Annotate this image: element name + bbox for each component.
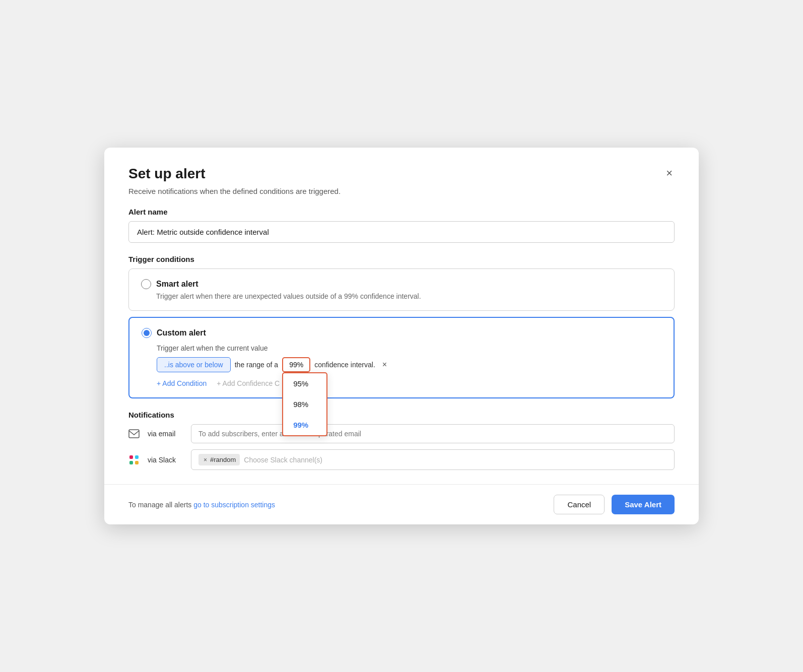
manage-text: To manage all alerts [128, 501, 191, 509]
confidence-dropdown-wrapper: 99% 95% 98% 99% [282, 357, 310, 372]
slack-notification-row: via Slack × #random Choose Slack channel… [128, 449, 675, 470]
add-confidence-button[interactable]: + Add Confidence C [217, 379, 280, 387]
custom-alert-label: Custom alert [157, 328, 206, 338]
subscription-settings-link[interactable]: go to subscription settings [193, 501, 275, 509]
modal-footer: To manage all alerts go to subscription … [104, 484, 699, 524]
custom-alert-body: Trigger alert when the current value ..i… [157, 344, 661, 387]
slack-input-wrapper[interactable]: × #random Choose Slack channel(s) [191, 449, 675, 470]
modal-title: Set up alert [128, 166, 205, 182]
slack-tag: × #random [198, 454, 240, 465]
condition-pill[interactable]: ..is above or below [157, 357, 231, 372]
confidence-value-button[interactable]: 99% [282, 357, 310, 372]
cancel-button[interactable]: Cancel [554, 495, 605, 514]
remove-condition-button[interactable]: × [379, 359, 390, 370]
email-icon [128, 429, 141, 438]
close-button[interactable]: × [664, 166, 675, 181]
svg-rect-1 [129, 455, 133, 459]
footer-buttons: Cancel Save Alert [554, 495, 675, 514]
condition-text2: confidence interval. [314, 361, 375, 369]
modal: Set up alert × Receive notifications whe… [104, 148, 699, 524]
smart-alert-desc: Trigger alert when there are unexpected … [156, 292, 662, 300]
dropdown-item-98[interactable]: 98% [283, 394, 326, 415]
smart-alert-label: Smart alert [156, 280, 198, 289]
slack-label: via Slack [148, 456, 184, 464]
slack-tag-remove-button[interactable]: × [203, 456, 208, 463]
save-alert-button[interactable]: Save Alert [612, 495, 675, 514]
slack-tag-label: #random [210, 456, 236, 463]
svg-rect-0 [129, 430, 139, 438]
email-notification-row: via email [128, 424, 675, 443]
dropdown-item-99[interactable]: 99% [283, 415, 326, 435]
trigger-text: Trigger alert when the current value [157, 344, 661, 352]
add-condition-row: + Add Condition + Add Confidence C [157, 379, 661, 387]
notifications-section: Notifications via email [128, 411, 675, 470]
custom-alert-box: Custom alert Trigger alert when the curr… [128, 317, 675, 398]
modal-header: Set up alert × [104, 148, 699, 187]
footer-left: To manage all alerts go to subscription … [128, 501, 275, 509]
notifications-label: Notifications [128, 411, 675, 419]
custom-alert-radio[interactable] [142, 328, 152, 338]
condition-row: ..is above or below the range of a 99% 9… [157, 357, 661, 372]
smart-alert-radio[interactable] [141, 279, 151, 289]
confidence-dropdown-menu: 95% 98% 99% [282, 372, 327, 436]
alert-name-input[interactable] [128, 221, 675, 243]
svg-rect-2 [135, 455, 139, 459]
alert-name-label: Alert name [128, 208, 675, 216]
trigger-conditions-section: Trigger conditions Smart alert Trigger a… [128, 255, 675, 398]
smart-alert-row: Smart alert [141, 279, 662, 289]
dropdown-item-95[interactable]: 95% [283, 373, 326, 394]
custom-alert-row: Custom alert [142, 328, 661, 338]
add-condition-button[interactable]: + Add Condition [157, 379, 207, 387]
modal-body: Alert name Trigger conditions Smart aler… [104, 208, 699, 470]
email-input[interactable] [191, 424, 675, 443]
condition-text1: the range of a [235, 361, 278, 369]
trigger-conditions-label: Trigger conditions [128, 255, 675, 263]
smart-alert-box: Smart alert Trigger alert when there are… [128, 268, 675, 311]
alert-name-section: Alert name [128, 208, 675, 255]
svg-rect-3 [129, 461, 133, 464]
svg-rect-4 [135, 461, 139, 464]
slack-placeholder: Choose Slack channel(s) [244, 456, 322, 464]
modal-subtitle: Receive notifications when the defined c… [104, 187, 699, 208]
slack-icon [128, 454, 141, 465]
email-label: via email [148, 430, 184, 438]
